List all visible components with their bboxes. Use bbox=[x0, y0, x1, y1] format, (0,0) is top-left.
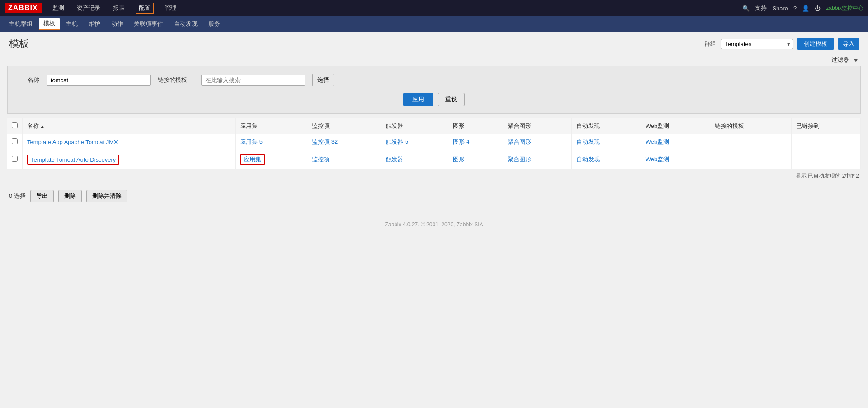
page-header: 模板 群组 Templates 创建模板 导入 bbox=[0, 32, 868, 54]
row2-appset-link[interactable]: 应用集 bbox=[244, 156, 261, 163]
row2-check[interactable] bbox=[12, 156, 18, 162]
row2-monitors: 监控项 bbox=[307, 150, 381, 169]
row2-agg-link[interactable]: 聚合图形 bbox=[508, 156, 531, 163]
row2-discovery-link[interactable]: 自动发现 bbox=[576, 156, 600, 163]
col-linked-template: 链接的模板 bbox=[710, 118, 792, 134]
delete-clear-button[interactable]: 删除并清除 bbox=[86, 190, 127, 202]
col-linked-to: 已链接到 bbox=[792, 118, 861, 134]
delete-button[interactable]: 删除 bbox=[58, 190, 82, 202]
footer: Zabbix 4.0.27. © 2001–2020, Zabbix SIA bbox=[0, 208, 868, 241]
row1-triggers: 触发器 5 bbox=[381, 134, 448, 150]
row2-web-link[interactable]: Web监测 bbox=[646, 156, 670, 163]
group-select-wrapper: Templates bbox=[721, 39, 793, 49]
row1-linked-template bbox=[710, 134, 792, 150]
filter-row-name: 名称 链接的模板 选择 bbox=[21, 74, 847, 86]
row1-agg-link[interactable]: 聚合图形 bbox=[508, 138, 531, 145]
row2-name-link[interactable]: Template Tomcat Auto Discovery bbox=[31, 156, 116, 163]
row2-appset: 应用集 bbox=[236, 150, 307, 169]
row2-agg-graphs: 聚合图形 bbox=[503, 150, 572, 169]
filter-bar: 过滤器 ▼ bbox=[0, 54, 868, 66]
row1-name: Template App Apache Tomcat JMX bbox=[23, 134, 236, 150]
name-label: 名称 bbox=[21, 76, 39, 84]
row2-graphs: 图形 bbox=[448, 150, 503, 169]
pagination-info: 显示 已自动发现的 2中的2 bbox=[0, 169, 868, 183]
linked-template-input[interactable] bbox=[201, 75, 305, 86]
row2-web: Web监测 bbox=[641, 150, 710, 169]
nav-config[interactable]: 配置 bbox=[136, 3, 154, 14]
row1-discovery-link[interactable]: 自动发现 bbox=[576, 138, 600, 145]
row1-graphs: 图形 4 bbox=[448, 134, 503, 150]
row1-checkbox bbox=[7, 134, 23, 150]
row1-graphs-link[interactable]: 图形 4 bbox=[453, 138, 470, 145]
subnav-maintenance[interactable]: 维护 bbox=[84, 18, 105, 30]
filter-label: 过滤器 bbox=[831, 56, 849, 64]
select-all-checkbox[interactable] bbox=[12, 122, 18, 128]
row2-graphs-link[interactable]: 图形 bbox=[453, 156, 465, 163]
select-count: 0 选择 bbox=[9, 192, 26, 200]
row1-linked-to bbox=[792, 134, 861, 150]
footer-text: Zabbix 4.0.27. © 2001–2020, Zabbix SIA bbox=[385, 221, 483, 228]
subnav-templates[interactable]: 模板 bbox=[39, 18, 60, 30]
row1-name-link[interactable]: Template App Apache Tomcat JMX bbox=[27, 139, 118, 145]
top-nav: ZABBIX 监测 资产记录 报表 配置 管理 🔍 支持 Share ? 👤 ⏻… bbox=[0, 0, 868, 16]
row1-agg-graphs: 聚合图形 bbox=[503, 134, 572, 150]
col-name[interactable]: 名称 bbox=[23, 118, 236, 134]
subnav-discovery[interactable]: 自动发现 bbox=[170, 18, 202, 30]
row1-monitors-link[interactable]: 监控项 32 bbox=[312, 138, 338, 145]
row1-check[interactable] bbox=[12, 138, 18, 144]
nav-assets[interactable]: 资产记录 bbox=[75, 3, 102, 13]
name-input[interactable] bbox=[47, 75, 151, 86]
page-header-right: 群组 Templates 创建模板 导入 bbox=[704, 38, 859, 50]
apply-button[interactable]: 应用 bbox=[403, 93, 433, 106]
row2-monitors-link[interactable]: 监控项 bbox=[312, 156, 330, 163]
import-button[interactable]: 导入 bbox=[838, 38, 859, 50]
filter-form: 名称 链接的模板 选择 应用 重设 bbox=[7, 66, 861, 114]
subnav-actions[interactable]: 动作 bbox=[107, 18, 127, 30]
nav-monitoring[interactable]: 监测 bbox=[51, 3, 66, 13]
subnav-hosts[interactable]: 主机 bbox=[61, 18, 82, 30]
nav-reports[interactable]: 报表 bbox=[111, 3, 127, 13]
linked-template-label: 链接的模板 bbox=[158, 76, 194, 84]
filter-icon[interactable]: ▼ bbox=[853, 56, 859, 64]
row2-appset-box: 应用集 bbox=[240, 154, 265, 165]
export-button[interactable]: 导出 bbox=[30, 190, 54, 202]
select-button[interactable]: 选择 bbox=[312, 74, 334, 86]
row2-name-box: Template Tomcat Auto Discovery bbox=[27, 155, 119, 165]
subnav-services[interactable]: 服务 bbox=[204, 18, 225, 30]
row2-auto-discovery: 自动发现 bbox=[572, 150, 641, 169]
name-sort[interactable]: 名称 bbox=[27, 122, 45, 129]
row1-appset-link[interactable]: 应用集 5 bbox=[240, 138, 263, 145]
page-title: 模板 bbox=[9, 37, 29, 51]
row2-name: Template Tomcat Auto Discovery bbox=[23, 150, 236, 169]
row2-checkbox bbox=[7, 150, 23, 169]
logo[interactable]: ZABBIX bbox=[5, 3, 42, 13]
subnav-host-groups[interactable]: 主机群组 bbox=[5, 18, 37, 30]
group-select[interactable]: Templates bbox=[721, 39, 793, 49]
col-auto-discovery: 自动发现 bbox=[572, 118, 641, 134]
logout-icon[interactable]: ⏻ bbox=[815, 5, 821, 12]
col-checkbox bbox=[7, 118, 23, 134]
row1-monitors: 监控项 32 bbox=[307, 134, 381, 150]
support-link[interactable]: 支持 bbox=[755, 4, 767, 12]
col-triggers: 触发器 bbox=[381, 118, 448, 134]
help-icon[interactable]: ? bbox=[793, 5, 797, 12]
bottom-bar: 0 选择 导出 删除 删除并清除 bbox=[0, 184, 868, 208]
reset-button[interactable]: 重设 bbox=[438, 93, 465, 106]
col-graphs: 图形 bbox=[448, 118, 503, 134]
nav-admin[interactable]: 管理 bbox=[163, 3, 178, 13]
row1-triggers-link[interactable]: 触发器 5 bbox=[386, 138, 408, 145]
sub-nav: 主机群组 模板 主机 维护 动作 关联项事件 自动发现 服务 bbox=[0, 16, 868, 32]
row1-appset: 应用集 5 bbox=[236, 134, 307, 150]
row1-web-link[interactable]: Web监测 bbox=[646, 138, 670, 145]
row2-triggers-link[interactable]: 触发器 bbox=[386, 156, 403, 163]
col-agg-graphs: 聚合图形 bbox=[503, 118, 572, 134]
col-monitors: 监控项 bbox=[307, 118, 381, 134]
create-template-button[interactable]: 创建模板 bbox=[797, 38, 834, 50]
group-label: 群组 bbox=[704, 40, 716, 48]
col-appset: 应用集 bbox=[236, 118, 307, 134]
row1-auto-discovery: 自动发现 bbox=[572, 134, 641, 150]
user-icon[interactable]: 👤 bbox=[802, 5, 809, 12]
share-link[interactable]: Share bbox=[772, 5, 788, 12]
subnav-correlation[interactable]: 关联项事件 bbox=[129, 18, 168, 30]
search-icon[interactable]: 🔍 bbox=[742, 5, 750, 12]
